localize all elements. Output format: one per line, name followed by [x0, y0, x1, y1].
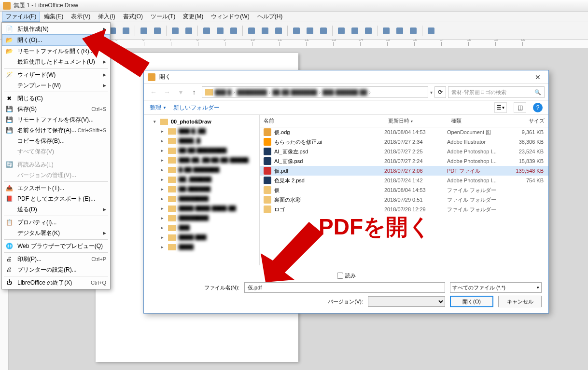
nav-back-button[interactable]: ← [148, 86, 159, 98]
fontwork-button[interactable] [272, 25, 285, 37]
menu-ツール[interactable]: ツール(T) [147, 12, 179, 22]
snap-button[interactable] [214, 25, 226, 37]
tree-item[interactable]: ▸███ [144, 223, 259, 233]
tree-item[interactable]: ▸████_█ [144, 136, 259, 146]
menu-item-t[interactable]: 📤エクスポート(T)... [2, 183, 110, 193]
blank-icon [5, 137, 14, 145]
organize-button[interactable]: 整理 ▼ [150, 104, 167, 112]
column-type[interactable]: 種類 [447, 117, 510, 124]
file-list-header: 名前 更新日時 ▾ 種類 サイズ [260, 115, 548, 127]
open-button[interactable]: 開く(O) [450, 296, 493, 307]
ps-icon [264, 157, 271, 165]
dialog-close-button[interactable]: ✕ [531, 73, 545, 81]
menu-item-i[interactable]: 📋プロパティ(I)... [2, 217, 110, 228]
column-size[interactable]: サイズ [510, 117, 548, 124]
menu-表示[interactable]: 表示(V) [67, 12, 94, 22]
menu-ウィンドウ[interactable]: ウィンドウ(W) [207, 12, 253, 22]
file-filter-select[interactable]: すべてのファイル (*.*)▾ [450, 282, 542, 293]
tree-item[interactable]: ▸████████ [144, 213, 259, 223]
tree-item[interactable]: ▸██-██████ [144, 184, 259, 194]
tree-item[interactable]: ▸██_██████ [144, 175, 259, 184]
grid-button[interactable] [200, 25, 213, 37]
file-row[interactable]: AI_画像.psd2018/07/27 2:24Adobe Photoshop … [260, 156, 548, 166]
folder-tree-pane[interactable]: ▾00_photo&Draw▸███ █_██▸████_█▸██ ██ ███… [144, 115, 260, 265]
tree-item[interactable]: ▸███ █_██ [144, 126, 259, 136]
tree-item[interactable]: ▸████ ████ ████-██ [144, 204, 259, 213]
search-placeholder: 素材-背景画ロゴの検索 [451, 89, 506, 96]
odg-icon [264, 128, 271, 136]
text-button[interactable] [259, 25, 271, 37]
preview-pane-button[interactable]: ◫ [514, 102, 526, 113]
arrange-button[interactable] [317, 25, 330, 37]
filter-button[interactable] [362, 25, 375, 37]
menu-item-k[interactable]: デジタル署名(K)▶ [2, 228, 110, 238]
align-button[interactable] [304, 25, 316, 37]
version-label: バージョン(V): [151, 298, 363, 305]
options-button[interactable] [425, 25, 437, 37]
cancel-button[interactable]: キャンセル [498, 296, 542, 307]
menu-item-pdfe[interactable]: 📕PDF としてエクスポート(E)... [2, 193, 110, 204]
menu-挿入[interactable]: 挿入(I) [94, 12, 119, 22]
guides-button[interactable] [227, 25, 240, 37]
file-row[interactable]: 裏面の水彩2018/07/29 0:51ファイル フォルダー [260, 195, 548, 205]
svg-rect-22 [338, 27, 345, 34]
menu-item-p[interactable]: 🖨印刷(P)...Ctrl+P [2, 254, 110, 264]
nav-refresh-button[interactable]: ⟳ [434, 86, 446, 98]
help-button[interactable]: ? [533, 103, 543, 112]
tree-item[interactable]: ▸████ [144, 242, 259, 252]
zoom-button[interactable] [182, 25, 195, 37]
menu-編集[interactable]: 編集(E) [40, 12, 67, 22]
version-select[interactable] [368, 296, 445, 307]
nav-up-button[interactable]: ↑ [188, 86, 200, 98]
new-folder-button[interactable]: 新しいフォルダー [173, 104, 220, 112]
file-row[interactable]: 色見本 2.psd2018/07/24 1:42Adobe Photoshop … [260, 176, 548, 185]
tree-item[interactable]: ▸████ ███ [144, 233, 259, 242]
connector-button[interactable] [393, 25, 406, 37]
tree-root[interactable]: ▾00_photo&Draw [144, 117, 259, 126]
tree-item[interactable]: ▸███-██_██/██-██-█████ [144, 155, 259, 165]
tree-item[interactable]: ▸██ ██ ████████ [144, 146, 259, 155]
svg-rect-20 [307, 27, 313, 34]
blank-icon [5, 148, 14, 155]
image-button[interactable] [245, 25, 258, 37]
address-bar[interactable]: ███ █› ████████› ██-██ ███████› ███-████… [202, 86, 428, 98]
menu-item-d[interactable]: 送る(D)▶ [2, 204, 110, 215]
file-row[interactable]: もらったのを修正.ai2018/07/27 2:34Adobe Illustra… [260, 137, 548, 147]
search-input[interactable]: 素材-背景画ロゴの検索 🔍 [448, 86, 545, 98]
menu-item-libreofficex[interactable]: ⏻LibreOffice の終了(X)Ctrl+Q [2, 277, 110, 288]
tree-item[interactable]: ▸█-██ ███████ [144, 165, 259, 175]
file-row[interactable]: 仮.pdf2018/07/27 2:06PDF ファイル139,548 KB [260, 166, 548, 176]
3d-button[interactable] [407, 25, 420, 37]
menu-item-v[interactable]: 💾リモートファイルを保存(V)... [2, 114, 110, 125]
view-mode-button[interactable]: ☰ ▼ [494, 102, 507, 113]
file-row[interactable]: AI_画像左.psd2018/07/27 2:25Adobe Photoshop… [260, 147, 548, 156]
menu-ヘルプ[interactable]: ヘルプ(H) [253, 12, 287, 22]
column-date[interactable]: 更新日時 ▾ [384, 117, 447, 124]
export-icon: 📤 [5, 184, 14, 192]
menu-ファイル[interactable]: ファイル(F) [2, 12, 40, 22]
readonly-checkbox[interactable]: 読み [337, 272, 356, 279]
shadow-button[interactable] [335, 25, 348, 37]
dialog-nav: ← → ▾ ↑ ███ █› ████████› ██-██ ███████› … [144, 84, 548, 100]
file-row[interactable]: 仮.odg2018/08/04 14:53OpenDocument 図9,361… [260, 127, 548, 137]
blank-icon [5, 171, 14, 179]
props-icon: 📋 [5, 219, 14, 226]
menu-item-c[interactable]: ✖閉じる(C) [2, 93, 110, 104]
file-row[interactable]: 仮2018/08/04 14:53ファイル フォルダー [260, 185, 548, 195]
menu-item-s[interactable]: 💾保存(S)Ctrl+S [2, 104, 110, 114]
tree-item[interactable]: ▸████████ [144, 194, 259, 204]
zoom-sel-button[interactable] [169, 25, 182, 37]
crop-button[interactable] [349, 25, 361, 37]
nav-forward-button[interactable]: → [161, 86, 173, 98]
menu-item-b[interactable]: コピーを保存(B)... [2, 136, 110, 146]
menu-item-a[interactable]: 💾名前を付けて保存(A)...Ctrl+Shift+S [2, 125, 110, 136]
exit-icon: ⏻ [5, 279, 14, 287]
menu-変更[interactable]: 変更(M) [179, 12, 207, 22]
shapes-button[interactable] [380, 25, 392, 37]
menu-item-r[interactable]: 🖨プリンターの設定(R)... [2, 264, 110, 275]
menu-item-webq[interactable]: 🌐Web ブラウザーでプレビュー(Q) [2, 241, 110, 251]
menu-書式[interactable]: 書式(O) [119, 12, 147, 22]
nav-dropdown-button[interactable]: ▾ [175, 86, 186, 98]
rotate-button[interactable] [290, 25, 303, 37]
column-name[interactable]: 名前 [260, 117, 384, 124]
